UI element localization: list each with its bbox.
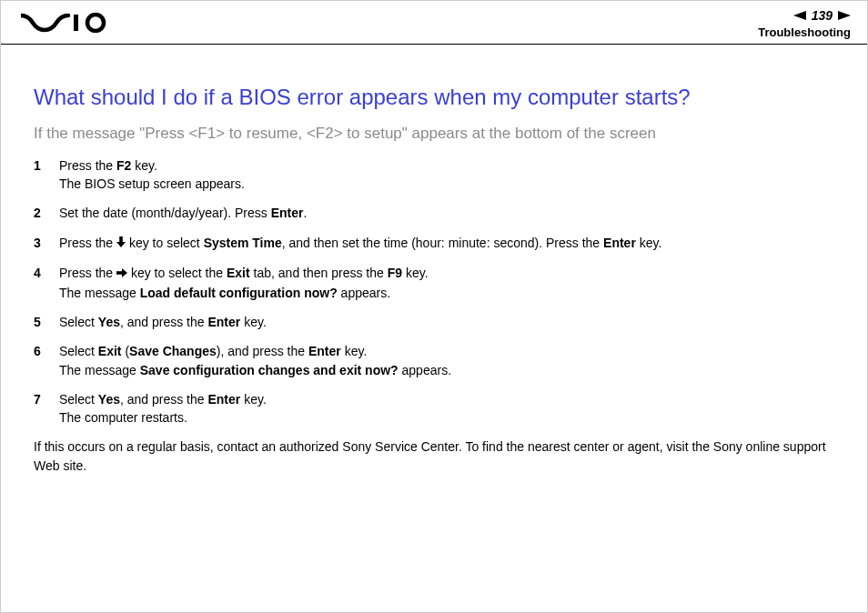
step-number: 1	[34, 156, 59, 175]
step-number: 2	[34, 204, 59, 222]
svg-marker-5	[116, 242, 126, 247]
step-item: 5 Select Yes, and press the Enter key.	[34, 313, 834, 331]
svg-marker-7	[122, 268, 127, 277]
svg-rect-6	[116, 272, 122, 276]
step-number: 7	[34, 390, 59, 408]
steps-list: 1 Press the F2 key. The BIOS setup scree…	[34, 156, 834, 427]
page: 139 Troubleshooting What should I do if …	[0, 0, 868, 613]
page-nav: 139	[758, 7, 851, 24]
arrow-down-icon	[116, 234, 126, 252]
step-body: Select Yes, and press the Enter key. The…	[59, 390, 834, 427]
vaio-logo-svg	[21, 13, 112, 33]
step-body: Select Yes, and press the Enter key.	[59, 313, 834, 331]
closing-paragraph: If this occurs on a regular basis, conta…	[34, 437, 834, 475]
svg-marker-2	[793, 11, 806, 20]
svg-marker-3	[838, 11, 851, 20]
svg-point-1	[87, 15, 104, 31]
nav-prev-icon[interactable]	[793, 7, 806, 24]
section-label: Troubleshooting	[758, 25, 851, 39]
step-body: Press the F2 key. The BIOS setup screen …	[59, 156, 834, 194]
step-item: 2 Set the date (month/day/year). Press E…	[34, 204, 834, 222]
svg-rect-0	[74, 15, 78, 31]
nav-next-icon[interactable]	[838, 7, 851, 24]
step-item: 4 Press the key to select the Exit tab, …	[34, 264, 834, 302]
step-item: 6 Select Exit (Save Changes), and press …	[34, 342, 834, 379]
step-number: 5	[34, 313, 59, 331]
page-number: 139	[812, 8, 833, 23]
step-number: 4	[34, 264, 59, 282]
arrow-right-icon	[116, 264, 127, 282]
content: What should I do if a BIOS error appears…	[1, 45, 867, 493]
step-number: 6	[34, 342, 59, 360]
header-right: 139 Troubleshooting	[758, 5, 851, 39]
page-subtitle: If the message "Press <F1> to resume, <F…	[34, 124, 834, 144]
step-body: Select Exit (Save Changes), and press th…	[59, 342, 834, 379]
step-item: 1 Press the F2 key. The BIOS setup scree…	[34, 156, 834, 194]
step-body: Set the date (month/day/year). Press Ent…	[59, 204, 834, 222]
header: 139 Troubleshooting	[1, 1, 867, 45]
svg-rect-4	[119, 236, 123, 242]
step-item: 7 Select Yes, and press the Enter key. T…	[34, 390, 834, 427]
step-body: Press the key to select the Exit tab, an…	[59, 264, 834, 302]
step-item: 3 Press the key to select System Time, a…	[34, 234, 834, 253]
step-body: Press the key to select System Time, and…	[59, 234, 834, 253]
vaio-logo	[21, 13, 112, 33]
step-number: 3	[34, 234, 59, 252]
page-title: What should I do if a BIOS error appears…	[34, 85, 834, 111]
